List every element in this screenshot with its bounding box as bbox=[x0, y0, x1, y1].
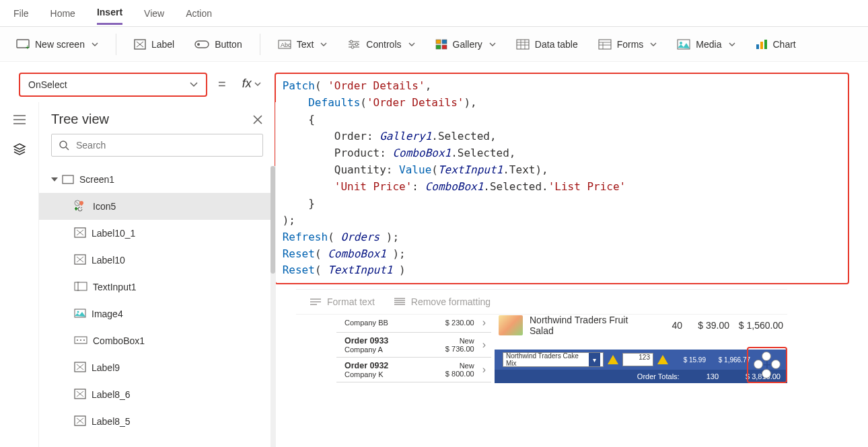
svg-rect-11 bbox=[442, 40, 447, 44]
plus-icon: + bbox=[763, 356, 772, 374]
chevron-right-icon: › bbox=[482, 339, 486, 351]
tree-root[interactable]: Screen1 bbox=[39, 166, 275, 193]
svg-rect-18 bbox=[756, 44, 759, 49]
quantity-input[interactable]: 123 bbox=[622, 353, 653, 366]
order-row[interactable]: Order 0932Company K New$ 800.00› bbox=[336, 358, 491, 382]
tree-item-label10_1[interactable]: Label10_1 bbox=[39, 220, 275, 247]
format-text-label: Format text bbox=[327, 296, 375, 307]
chart-button[interactable]: Chart bbox=[749, 35, 803, 54]
data-table-icon bbox=[516, 39, 530, 50]
controls-label: Controls bbox=[366, 39, 401, 50]
gallery-label: Gallery bbox=[453, 39, 482, 50]
tree-item-image4[interactable]: Image4 bbox=[39, 300, 275, 327]
menubar: File Home Insert View Action bbox=[0, 0, 868, 27]
warning-icon bbox=[657, 355, 668, 364]
order-row[interactable]: Order 0933Company A New$ 736.00› bbox=[336, 333, 491, 358]
scrollbar-thumb[interactable] bbox=[270, 166, 275, 274]
search-input[interactable] bbox=[76, 140, 256, 151]
remove-formatting-label: Remove formatting bbox=[411, 296, 491, 307]
svg-rect-26 bbox=[75, 282, 87, 290]
order-company: Company BB bbox=[345, 319, 388, 327]
product-combobox[interactable]: Northwind Traders Cake Mix ▾ bbox=[503, 352, 604, 367]
label-icon bbox=[74, 389, 86, 401]
remove-formatting-button[interactable]: Remove formatting bbox=[394, 296, 491, 307]
label-icon bbox=[134, 39, 146, 50]
expand-icon[interactable] bbox=[51, 177, 58, 181]
tree-list[interactable]: Screen1 Icon5Label10_1Label10TextInput1I… bbox=[39, 166, 275, 447]
textinput-icon bbox=[74, 282, 87, 293]
layers-icon[interactable] bbox=[13, 143, 26, 156]
text-icon: Abc bbox=[278, 40, 291, 49]
data-table-button[interactable]: Data table bbox=[509, 35, 585, 54]
tree-item-label: Label9 bbox=[92, 362, 120, 373]
chevron-down-icon bbox=[92, 41, 98, 48]
detail-total: $ 1,560.00 bbox=[736, 320, 783, 331]
chevron-down-icon bbox=[489, 41, 496, 48]
formula-editor[interactable]: Patch( 'Order Details', Defaults('Order … bbox=[275, 73, 849, 284]
scrollbar[interactable] bbox=[270, 166, 275, 447]
svg-rect-22 bbox=[63, 175, 73, 184]
search-box[interactable] bbox=[51, 134, 263, 157]
menu-home[interactable]: Home bbox=[50, 3, 75, 24]
tree-item-label: Label10 bbox=[92, 255, 125, 266]
chevron-down-icon bbox=[408, 41, 415, 48]
menu-action[interactable]: Action bbox=[186, 3, 212, 24]
chart-icon bbox=[756, 39, 768, 50]
tree-item-textinput1[interactable]: TextInput1 bbox=[39, 274, 275, 300]
button-button[interactable]: Button bbox=[188, 35, 248, 54]
menu-file[interactable]: File bbox=[13, 3, 29, 24]
svg-point-28 bbox=[77, 311, 79, 313]
text-button[interactable]: Abc Text bbox=[271, 35, 334, 54]
order-row[interactable]: Company BB $ 230.00› bbox=[336, 313, 491, 333]
property-value: OnSelect bbox=[28, 79, 67, 90]
tree-item-combobox1[interactable]: ComboBox1 bbox=[39, 327, 275, 354]
tree-item-label: Label10_1 bbox=[92, 228, 135, 239]
svg-rect-10 bbox=[436, 40, 441, 44]
tree-title: Tree view bbox=[51, 112, 109, 127]
new-screen-button[interactable]: + New screen bbox=[9, 35, 105, 54]
property-selector[interactable]: OnSelect bbox=[19, 73, 207, 97]
button-icon bbox=[194, 39, 209, 50]
tree-pane: Tree view Screen1 Icon5Label10_1Label10T… bbox=[39, 102, 276, 447]
tree-item-label: ComboBox1 bbox=[93, 335, 145, 346]
search-icon bbox=[59, 140, 69, 151]
tree-item-label8_6[interactable]: Label8_6 bbox=[39, 381, 275, 408]
tree-item-label9[interactable]: Label9 bbox=[39, 354, 275, 381]
tree-item-label: TextInput1 bbox=[93, 282, 137, 292]
controls-icon bbox=[347, 39, 361, 50]
tree-item-label: Label8_5 bbox=[92, 416, 131, 427]
menu-view[interactable]: View bbox=[144, 3, 164, 24]
svg-rect-20 bbox=[764, 40, 767, 49]
left-rail bbox=[0, 102, 39, 447]
tree-item-icon5[interactable]: Icon5 bbox=[39, 193, 275, 220]
combobox-icon bbox=[74, 335, 87, 346]
detail-price: $ 39.00 bbox=[689, 320, 729, 331]
tree-item-label8_5[interactable]: Label8_5 bbox=[39, 408, 275, 435]
chevron-right-icon: › bbox=[482, 364, 486, 376]
new-screen-label: New screen bbox=[35, 39, 85, 50]
label-button[interactable]: Label bbox=[127, 35, 181, 54]
close-icon[interactable] bbox=[252, 114, 263, 125]
controls-button[interactable]: Controls bbox=[340, 35, 421, 54]
format-text-icon bbox=[310, 297, 322, 307]
label-icon bbox=[74, 415, 86, 428]
screen-icon: + bbox=[16, 39, 30, 50]
screen-icon bbox=[62, 175, 74, 184]
forms-button[interactable]: Forms bbox=[591, 35, 664, 54]
fx-button[interactable]: fx bbox=[237, 77, 266, 91]
media-button[interactable]: Media bbox=[670, 35, 742, 54]
hamburger-icon[interactable] bbox=[13, 114, 26, 125]
add-icon-selection[interactable]: + bbox=[747, 347, 787, 383]
menu-insert[interactable]: Insert bbox=[97, 1, 122, 25]
totals-label: Order Totals: bbox=[637, 372, 680, 380]
svg-point-8 bbox=[355, 43, 358, 46]
forms-label: Forms bbox=[617, 39, 644, 50]
edit-total: $ 1,966.77 bbox=[710, 356, 750, 364]
tree-item-label10[interactable]: Label10 bbox=[39, 247, 275, 274]
tree-item-label: Icon5 bbox=[93, 201, 116, 212]
format-text-button[interactable]: Format text bbox=[310, 296, 375, 307]
gallery-button[interactable]: Gallery bbox=[429, 35, 503, 54]
chevron-down-icon bbox=[729, 41, 735, 48]
icon-add-icon bbox=[74, 200, 87, 214]
tree-root-label: Screen1 bbox=[79, 174, 114, 185]
